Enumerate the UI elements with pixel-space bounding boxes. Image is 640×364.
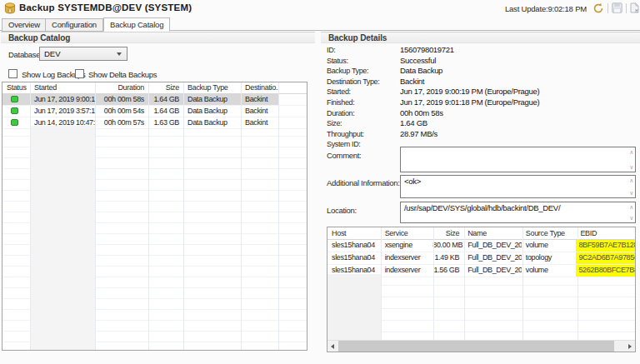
database-select[interactable]: DEV [39,47,128,61]
chevron-down-icon [117,52,122,56]
backup-catalog-section-header: Backup Catalog [1,32,315,43]
column-header-service[interactable]: Service [381,227,433,239]
started-cell: Jun 17, 2019 9:00:19 ... [30,94,95,105]
started-cell: Jun 17, 2019 3:57:13 ... [30,106,95,117]
backup-database-icon [4,2,16,14]
status-cell [2,94,30,105]
status-cell [2,106,30,117]
field-label-backup-type: Backup Type: [327,66,400,77]
comment-field[interactable]: ∧ ∨ [400,147,636,172]
status-ok-icon [11,119,18,126]
title-bar: Backup SYSTEMDB@DEV (SYSTEM) Last Update… [0,0,640,17]
status-ok-icon [11,96,18,102]
table-row[interactable]: Jun 14, 2019 10:47:3... 00h 00m 57s 1.63… [2,117,307,129]
tab-overview-label: Overview [8,20,40,29]
location-field[interactable]: /usr/sap/DEV/SYS/global/hdb/backint/DB_D… [400,202,636,223]
additional-information-label: Additional Information: [327,178,400,187]
size-cell: 80.00 MB [432,240,463,252]
scroll-right-icon[interactable] [624,341,635,352]
column-header-started[interactable]: ˇStarted [30,82,95,93]
field-label-id: ID: [327,45,400,56]
additional-information-field[interactable]: <ok> ∧ ∨ [400,175,636,198]
field-value-destination-type: Backint [400,77,424,87]
field-label-duration: Duration: [327,108,400,119]
column-header-destination[interactable]: Destinatio... [241,82,278,93]
horizontal-scrollbar[interactable] [328,340,635,352]
scroll-up-icon[interactable]: ∧ [629,204,633,210]
ebid-cell-highlighted: 5262B80BFCE7B85A [576,265,635,277]
backup-details-section-header: Backup Details [321,32,640,43]
size-cell: 1.49 KB [432,252,463,264]
scroll-up-icon[interactable]: ∧ [629,177,633,183]
backup-files-table: ˆHost Service Size Name Source Type EBID… [327,227,636,352]
location-text: /usr/sap/DEV/SYS/global/hdb/backint/DB_D… [404,203,560,212]
table-empty-area [328,274,635,341]
duration-cell: 00h 00m 58s [95,94,148,105]
show-delta-backups-checkbox[interactable] [75,69,84,78]
database-selected-value: DEV [44,49,61,58]
tab-configuration[interactable]: Configuration [45,18,103,32]
started-cell: Jun 14, 2019 10:47:3... [30,117,95,128]
show-log-backups-checkbox[interactable] [8,69,18,78]
scroll-up-icon[interactable]: ∧ [629,149,633,155]
document-icon[interactable] [629,2,640,14]
destination-cell: Backint [241,106,278,117]
refresh-icon[interactable] [592,2,604,14]
field-value-size: 1.64 GB [400,118,428,129]
scroll-down-icon[interactable]: ∨ [629,215,633,221]
tab-overview[interactable]: Overview [2,18,47,32]
field-label-throughput: Throughput: [327,129,400,140]
service-cell: xsengine [381,240,433,252]
column-header-size[interactable]: Size [432,227,463,239]
backup-type-cell: Data Backup [183,117,241,128]
comment-label: Comment: [327,151,361,160]
save-icon[interactable] [612,2,623,14]
size-cell: 1.56 GB [432,265,463,277]
scroll-down-icon[interactable]: ∨ [629,164,633,170]
last-update-text: Last Update:9:02:18 PM [505,4,587,13]
column-header-ebid[interactable]: EBID [576,227,635,239]
page-title: Backup SYSTEMDB@DEV (SYSTEM) [19,2,192,12]
field-value-throughput: 28.97 MB/s [400,129,438,140]
tab-backup-catalog[interactable]: Backup Catalog [103,17,170,32]
backup-details-fields: ID:1560798019721 Status:Successful Backu… [327,45,637,150]
backup-catalog-table: Status ˇStarted Duration Size Backup Typ… [2,82,308,351]
table-header-row: ˆHost Service Size Name Source Type EBID [328,227,635,240]
column-header-name[interactable]: Name [463,227,522,239]
duration-cell: 00h 00m 54s [95,106,148,117]
column-header-backup-type[interactable]: Backup Type [183,82,241,93]
table-row[interactable]: Jun 17, 2019 3:57:13 ... 00h 00m 54s 1.6… [2,106,307,117]
duration-cell: 00h 00m 57s [95,117,148,128]
source-type-cell: topology [522,252,577,264]
column-header-duration[interactable]: Duration [95,82,148,93]
sorted-column-shade [30,126,95,350]
status-ok-icon [11,107,18,114]
destination-cell: Backint [241,94,278,105]
backup-type-cell: Data Backup [183,94,241,105]
scroll-down-icon[interactable]: ∨ [629,190,633,196]
column-header-host-label: Host [332,229,346,237]
table-row[interactable]: sles15hana04 xsengine 80.00 MB Full_DB_D… [328,240,635,252]
toolbar-separator [626,3,627,13]
field-value-duration: 00h 00m 58s [400,108,443,119]
status-cell [2,117,30,128]
ebid-cell-highlighted: 9C2AD6B7A9785C97 [576,252,635,264]
table-row[interactable]: sles15hana04 indexserver 1.49 KB Full_DB… [328,252,635,265]
field-label-status: Status: [327,56,400,67]
column-header-status[interactable]: Status [2,82,30,93]
scrollbar-thumb[interactable] [338,341,614,352]
service-cell: indexserver [381,252,433,264]
backup-type-cell: Data Backup [183,106,241,117]
column-header-source-type[interactable]: Source Type [522,227,577,239]
ebid-cell-highlighted: 8BF59B7AE7B128C1 [576,240,635,252]
table-row[interactable]: Jun 17, 2019 9:00:19 ... 00h 00m 58s 1.6… [2,94,307,106]
table-header-row: Status ˇStarted Duration Size Backup Typ… [2,82,307,94]
field-value-backup-type: Data Backup [400,66,442,77]
table-row[interactable]: sles15hana04 indexserver 1.56 GB Full_DB… [328,265,635,277]
source-type-cell: volume [522,240,577,252]
column-header-size[interactable]: Size [148,82,183,93]
size-cell: 1.63 GB [148,117,183,128]
source-type-cell: volume [522,265,577,277]
column-header-host[interactable]: ˆHost [328,227,381,239]
scroll-left-icon[interactable] [328,341,338,352]
